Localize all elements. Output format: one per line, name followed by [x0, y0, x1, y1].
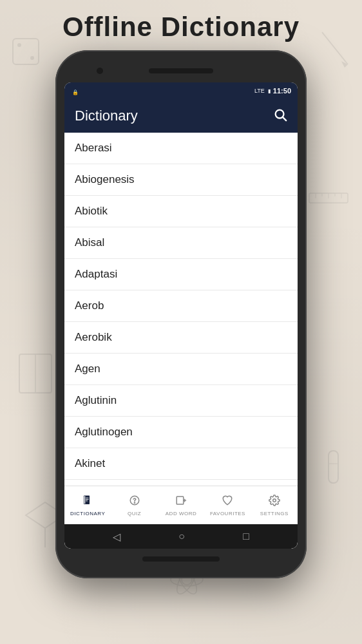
bottom-nav: DICTIONARY QUIZ	[64, 486, 298, 524]
svg-point-2	[30, 56, 34, 60]
word-list: AberasiAbiogenesisAbiotikAbisalAdaptasiA…	[64, 133, 298, 486]
nav-item-settings[interactable]: SETTINGS	[251, 486, 298, 524]
phone-speaker	[149, 68, 213, 73]
svg-rect-0	[13, 39, 39, 64]
svg-line-22	[283, 117, 286, 120]
list-item[interactable]: Aerob	[64, 290, 298, 322]
header-title: Dictionary	[75, 108, 273, 124]
list-item[interactable]: Aberasi	[64, 133, 298, 164]
nav-label-favourites: FAVOURITES	[210, 511, 245, 516]
status-time: 11:50	[273, 87, 291, 95]
svg-rect-7	[309, 193, 348, 203]
svg-point-29	[134, 502, 135, 503]
settings-icon	[269, 495, 280, 509]
favourites-icon	[222, 495, 233, 509]
home-button[interactable]: ○	[178, 531, 185, 542]
svg-rect-30	[176, 497, 184, 504]
back-button[interactable]: ◁	[113, 531, 120, 543]
list-item[interactable]: Abiogenesis	[64, 164, 298, 196]
status-bar: 🔒 LTE ▮ 11:50	[64, 82, 298, 99]
phone-bottom-speaker	[142, 556, 220, 562]
nav-label-quiz: QUIZ	[128, 511, 141, 516]
dictionary-icon	[82, 495, 93, 509]
search-icon[interactable]	[273, 108, 287, 125]
status-bar-left: 🔒	[71, 85, 79, 97]
phone-shell: 🔒 LTE ▮ 11:50 Dictionary AberasiAbiogene…	[55, 50, 307, 578]
quiz-icon	[129, 495, 140, 509]
phone-screen: 🔒 LTE ▮ 11:50 Dictionary AberasiAbiogene…	[64, 82, 298, 549]
list-item[interactable]: Aerobik	[64, 322, 298, 354]
nav-item-quiz[interactable]: QUIZ	[111, 486, 157, 524]
svg-rect-5	[19, 354, 52, 393]
nav-item-dictionary[interactable]: DICTIONARY	[64, 486, 111, 524]
nav-label-settings: SETTINGS	[260, 511, 289, 516]
recent-button[interactable]: □	[243, 531, 249, 542]
lock-icon: 🔒	[72, 90, 79, 95]
phone-bottom-bar	[64, 551, 298, 567]
svg-line-3	[322, 32, 348, 64]
list-item[interactable]: Agen	[64, 354, 298, 385]
nav-item-favourites[interactable]: FAVOURITES	[204, 486, 251, 524]
svg-point-33	[273, 498, 276, 502]
phone-camera	[97, 68, 103, 74]
list-item[interactable]: Abisal	[64, 227, 298, 259]
nav-label-add-word: ADD WORD	[166, 511, 196, 516]
nav-item-add-word[interactable]: ADD WORD	[158, 486, 204, 524]
list-item[interactable]: Aglutinogen	[64, 417, 298, 448]
list-item[interactable]: Aglutinin	[64, 385, 298, 417]
list-item[interactable]: Adaptasi	[64, 259, 298, 290]
signal-icon: LTE	[254, 88, 265, 94]
list-item[interactable]: Abiotik	[64, 196, 298, 227]
list-item[interactable]: Akinet	[64, 448, 298, 480]
svg-marker-4	[341, 61, 348, 68]
android-nav-bar: ◁ ○ □	[64, 524, 298, 549]
battery-icon: ▮	[268, 88, 271, 94]
svg-rect-15	[329, 451, 338, 483]
phone-top-bar	[64, 62, 298, 80]
svg-rect-24	[84, 496, 86, 504]
page-title: Offline Dictionary	[62, 12, 300, 43]
svg-point-1	[17, 43, 21, 47]
add-word-icon	[175, 495, 187, 509]
nav-label-dictionary: DICTIONARY	[70, 511, 105, 516]
app-header: Dictionary	[64, 99, 298, 133]
